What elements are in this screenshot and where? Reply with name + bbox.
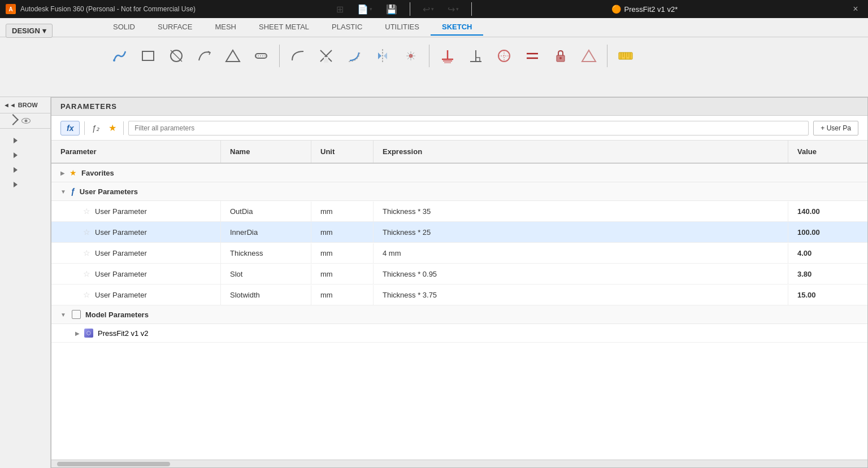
model-pressfit-item[interactable]: ▶ ⬡ PressFit2 v1 v2 (51, 324, 867, 343)
param-expr-cell-1: Thickness * 35 (374, 202, 788, 221)
title-bar: A Autodesk Fusion 360 (Personal - Not fo… (0, 0, 868, 18)
param-type-cell-2: ☆ User Parameter (51, 222, 221, 242)
param-fav-star-5[interactable]: ☆ (83, 290, 90, 299)
tool-mirror[interactable] (370, 46, 395, 66)
toolbar-area: DESIGN ▾ SOLID SURFACE MESH SHEET METAL … (0, 18, 868, 97)
tool-arc[interactable] (192, 46, 217, 66)
col-value: Value (788, 141, 867, 163)
param-row-slotwidth[interactable]: ☆ User Parameter Slotwidth mm Thickness … (51, 285, 867, 305)
favorites-section[interactable]: ▶ ★ Favorites (51, 164, 867, 182)
tab-sheet-metal[interactable]: SHEET METAL (248, 19, 320, 36)
tab-utilities[interactable]: UTILITIES (374, 19, 431, 36)
tool-circle-constraint[interactable] (492, 46, 517, 66)
param-row-innerdia[interactable]: ☆ User Parameter InnerDia mm Thickness *… (51, 222, 867, 243)
tool-fillet[interactable] (285, 46, 310, 66)
toolbar-divider (84, 121, 85, 135)
param-expr-cell-5: Thickness * 3.75 (374, 285, 788, 305)
user-params-collapse-icon: ▼ (60, 189, 66, 195)
h-scrollbar-thumb[interactable] (57, 462, 170, 466)
param-unit-cell-5: mm (311, 285, 374, 305)
param-value-cell-4: 3.80 (788, 264, 867, 284)
app-icon: A (6, 4, 16, 14)
tab-sketch[interactable]: SKETCH (431, 19, 483, 36)
col-expression: Expression (374, 141, 788, 163)
tool-ground[interactable] (435, 46, 460, 66)
tool-slot[interactable] (249, 46, 274, 66)
col-name: Name (221, 141, 311, 163)
undo-btn[interactable]: ↩▾ (419, 2, 437, 17)
toolbar-divider-2 (123, 121, 124, 135)
param-fav-star-2[interactable]: ☆ (83, 228, 90, 237)
table-header: Parameter Name Unit Expression Value (51, 141, 867, 164)
add-user-param-btn[interactable]: + User Pa (813, 121, 858, 135)
tool-trim[interactable] (314, 46, 338, 66)
tree-item-4-expand[interactable] (14, 182, 18, 187)
save-btn[interactable]: 💾 (383, 2, 401, 17)
tool-offset[interactable] (342, 46, 367, 66)
tool-polygon[interactable] (220, 46, 245, 66)
param-unit-cell-3: mm (311, 243, 374, 263)
chevron-down-icon: ▾ (42, 27, 46, 35)
param-fav-star-4[interactable]: ☆ (83, 269, 90, 278)
new-file-btn[interactable]: 📄▾ (354, 2, 376, 17)
chevrons-left-icon: ◄◄ (3, 102, 16, 108)
param-type-cell-4: ☆ User Parameter (51, 264, 221, 284)
filter-input[interactable] (128, 121, 809, 135)
tool-triangle-constraint[interactable] (576, 46, 601, 66)
tool-line[interactable] (107, 46, 132, 66)
favorites-filter-btn[interactable]: ★ (106, 120, 119, 135)
tool-circle[interactable] (164, 46, 189, 66)
param-expr-cell-3: 4 mm (374, 243, 788, 263)
tab-surface[interactable]: SURFACE (146, 19, 203, 36)
tool-sep3 (607, 45, 607, 67)
svg-marker-30 (582, 50, 596, 62)
tool-equal[interactable] (520, 46, 545, 66)
fx2-button[interactable]: ƒ₂ (89, 121, 102, 135)
param-fav-star-3[interactable]: ☆ (83, 248, 90, 257)
param-fav-star-1[interactable]: ☆ (83, 207, 90, 216)
svg-point-0 (113, 59, 115, 62)
tree-item-3-expand[interactable] (14, 167, 18, 173)
param-value-cell-5: 15.00 (788, 285, 867, 305)
param-unit-cell-4: mm (311, 264, 374, 284)
favorites-label: Favorites (81, 169, 114, 177)
browse-header[interactable]: ◄◄ BROW (0, 97, 50, 113)
section-expand-icon: ▶ (60, 170, 65, 176)
apps-grid-icon[interactable]: ⊞ (333, 2, 347, 17)
toolbar-tab-row: DESIGN ▾ SOLID SURFACE MESH SHEET METAL … (0, 18, 868, 37)
model-params-section[interactable]: ▼ Model Parameters (51, 305, 867, 324)
main-area: ◄◄ BROW PARAMETERS fx ƒ₂ ★ + User Pa (0, 97, 868, 468)
window-close-btn[interactable]: × (849, 2, 862, 16)
design-dropdown-btn[interactable]: DESIGN ▾ (6, 24, 53, 38)
horizontal-scrollbar[interactable] (51, 460, 867, 467)
tool-pattern[interactable] (398, 46, 423, 66)
fx-button[interactable]: fx (60, 121, 80, 135)
param-row-thickness[interactable]: ☆ User Parameter Thickness mm 4 mm 4.00 (51, 243, 867, 264)
tab-mesh[interactable]: MESH (203, 19, 248, 36)
svg-point-29 (559, 57, 562, 59)
tool-rectangle[interactable] (136, 46, 160, 66)
param-value-cell-1: 140.00 (788, 202, 867, 221)
model-params-collapse-icon: ▼ (60, 312, 66, 318)
param-expr-cell-4: Thickness * 0.95 (374, 264, 788, 284)
tree-item-2-expand[interactable] (14, 152, 18, 158)
tab-solid[interactable]: SOLID (102, 19, 146, 36)
tool-perpendicular[interactable] (463, 46, 488, 66)
tree-item-1-expand[interactable] (14, 138, 18, 143)
param-row-outdia[interactable]: ☆ User Parameter OutDia mm Thickness * 3… (51, 201, 867, 222)
redo-btn[interactable]: ↪▾ (444, 2, 462, 17)
param-unit-cell-2: mm (311, 222, 374, 242)
tool-lock[interactable] (548, 46, 573, 66)
param-value-cell-3: 4.00 (788, 243, 867, 263)
model-params-icon (72, 310, 81, 319)
col-parameter: Parameter (51, 141, 221, 163)
param-type-cell-1: ☆ User Parameter (51, 201, 221, 221)
parameters-panel: PARAMETERS fx ƒ₂ ★ + User Pa Parameter N… (51, 97, 868, 468)
visibility-icon[interactable] (21, 118, 31, 124)
param-type-cell-3: ☆ User Parameter (51, 243, 221, 263)
tool-measure[interactable] (613, 46, 638, 66)
param-unit-cell-1: mm (311, 202, 374, 221)
param-row-slot[interactable]: ☆ User Parameter Slot mm Thickness * 0.9… (51, 264, 867, 285)
user-params-section[interactable]: ▼ ƒ User Parameters (51, 182, 867, 201)
tab-plastic[interactable]: PLASTIC (320, 19, 374, 36)
